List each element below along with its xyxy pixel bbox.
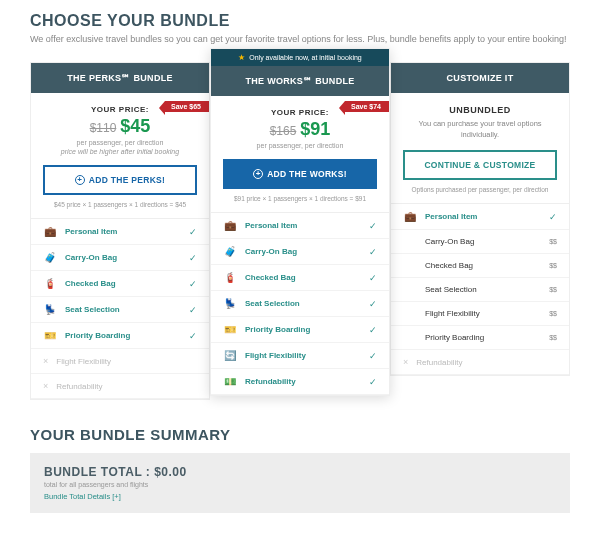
feature-label: Refundability — [56, 382, 197, 391]
feature-list-perks: 💼Personal Item✓🧳Carry-On Bag✓🧯Checked Ba… — [31, 218, 209, 399]
bundle-summary: YOUR BUNDLE SUMMARY BUNDLE TOTAL : $0.00… — [30, 426, 570, 513]
feature-price: $$ — [549, 286, 557, 293]
new-price: $45 — [120, 116, 150, 137]
feature-label: Checked Bag — [245, 273, 369, 282]
feature-label: Personal Item — [65, 227, 189, 236]
bundle-header-customize: CUSTOMIZE IT — [391, 63, 569, 93]
feature-label: Personal Item — [425, 212, 549, 221]
feature-row: Carry-On Bag$$ — [391, 230, 569, 254]
math-note: $45 price × 1 passengers × 1 directions … — [31, 201, 209, 218]
feature-row: 🎫Priority Boarding✓ — [31, 323, 209, 349]
feature-label: Flight Flexibility — [425, 309, 549, 318]
unbundled-text: You can purchase your travel options ind… — [403, 119, 557, 140]
bundle-columns: THE PERKS℠ BUNDLE Save $65 YOUR PRICE: $… — [30, 62, 570, 400]
feature-icon: 🧯 — [43, 278, 57, 289]
feature-icon: 🔄 — [223, 350, 237, 361]
page-subtitle: We offer exclusive travel bundles so you… — [30, 34, 570, 44]
button-label: ADD THE WORKS! — [267, 169, 347, 179]
check-icon: ✓ — [189, 305, 197, 315]
button-label: CONTINUE & CUSTOMIZE — [424, 160, 535, 170]
check-icon: ✓ — [189, 227, 197, 237]
feature-price: $$ — [549, 310, 557, 317]
feature-list-works: 💼Personal Item✓🧳Carry-On Bag✓🧯Checked Ba… — [211, 212, 389, 395]
feature-label: Carry-On Bag — [245, 247, 369, 256]
per-text: per passenger, per direction — [43, 139, 197, 146]
feature-label: Flight Flexibility — [245, 351, 369, 360]
feature-icon: 💼 — [223, 220, 237, 231]
math-note: Options purchased per passenger, per dir… — [391, 186, 569, 203]
feature-label: Carry-On Bag — [425, 237, 549, 246]
feature-list-customize: 💼Personal Item✓Carry-On Bag$$Checked Bag… — [391, 203, 569, 375]
total-value: $0.00 — [154, 465, 187, 479]
feature-icon: 💺 — [223, 298, 237, 309]
feature-icon: 💺 — [43, 304, 57, 315]
feature-icon: 🎫 — [223, 324, 237, 335]
add-perks-button[interactable]: + ADD THE PERKS! — [43, 165, 197, 195]
feature-label: Priority Boarding — [245, 325, 369, 334]
math-note: $91 price × 1 passengers × 1 directions … — [211, 195, 389, 212]
save-ribbon-perks: Save $65 — [165, 101, 209, 112]
feature-label: Carry-On Bag — [65, 253, 189, 262]
feature-row: 🧳Carry-On Bag✓ — [31, 245, 209, 271]
bundle-works: ★ Only available now, at initial booking… — [210, 48, 390, 396]
feature-label: Seat Selection — [65, 305, 189, 314]
check-icon: ✓ — [369, 351, 377, 361]
check-icon: ✓ — [189, 331, 197, 341]
bundle-perks: THE PERKS℠ BUNDLE Save $65 YOUR PRICE: $… — [30, 62, 210, 400]
total-label: BUNDLE TOTAL : — [44, 465, 154, 479]
unbundled-title: UNBUNDLED — [403, 105, 557, 115]
feature-row: ×Refundability — [31, 374, 209, 399]
plus-icon: + — [253, 169, 263, 179]
feature-row: 💼Personal Item✓ — [211, 213, 389, 239]
feature-label: Seat Selection — [245, 299, 369, 308]
check-icon: ✓ — [369, 247, 377, 257]
feature-row: 🔄Flight Flexibility✓ — [211, 343, 389, 369]
feature-price: $$ — [549, 262, 557, 269]
feature-label: Priority Boarding — [65, 331, 189, 340]
x-icon: × — [43, 381, 48, 391]
summary-title: YOUR BUNDLE SUMMARY — [30, 426, 570, 443]
check-icon: ✓ — [189, 279, 197, 289]
total-sub: total for all passengers and flights — [44, 481, 556, 488]
feature-icon: 🎫 — [43, 330, 57, 341]
feature-label: Checked Bag — [65, 279, 189, 288]
old-price: $110 — [90, 121, 117, 135]
bundle-details-link[interactable]: Bundle Total Details [+] — [44, 492, 556, 501]
feature-label: Personal Item — [245, 221, 369, 230]
add-works-button[interactable]: + ADD THE WORKS! — [223, 159, 377, 189]
feature-icon: 💼 — [403, 211, 417, 222]
check-icon: ✓ — [369, 221, 377, 231]
feature-price: $$ — [549, 334, 557, 341]
feature-row: Flight Flexibility$$ — [391, 302, 569, 326]
plus-icon: + — [75, 175, 85, 185]
feature-label: Priority Boarding — [425, 333, 549, 342]
feature-label: Refundability — [416, 358, 557, 367]
feature-row: ×Refundability — [391, 350, 569, 375]
feature-icon: 💵 — [223, 376, 237, 387]
check-icon: ✓ — [369, 325, 377, 335]
feature-row: 💵Refundability✓ — [211, 369, 389, 395]
feature-icon: 🧳 — [43, 252, 57, 263]
summary-box: BUNDLE TOTAL : $0.00 total for all passe… — [30, 453, 570, 513]
feature-label: Checked Bag — [425, 261, 549, 270]
feature-row: 💼Personal Item✓ — [391, 204, 569, 230]
feature-label: Refundability — [245, 377, 369, 386]
feature-row: 🎫Priority Boarding✓ — [211, 317, 389, 343]
per-text: per passenger, per direction — [223, 142, 377, 149]
feature-icon: 🧳 — [223, 246, 237, 257]
feature-price: $$ — [549, 238, 557, 245]
check-icon: ✓ — [369, 377, 377, 387]
page-title: CHOOSE YOUR BUNDLE — [30, 12, 570, 30]
feature-row: Checked Bag$$ — [391, 254, 569, 278]
featured-bar: ★ Only available now, at initial booking — [211, 49, 389, 66]
new-price: $91 — [300, 119, 330, 140]
bundle-total: BUNDLE TOTAL : $0.00 — [44, 465, 556, 479]
button-label: ADD THE PERKS! — [89, 175, 165, 185]
check-icon: ✓ — [189, 253, 197, 263]
x-icon: × — [403, 357, 408, 367]
continue-customize-button[interactable]: CONTINUE & CUSTOMIZE — [403, 150, 557, 180]
x-icon: × — [43, 356, 48, 366]
bundle-customize: CUSTOMIZE IT UNBUNDLED You can purchase … — [390, 62, 570, 376]
feature-row: 💼Personal Item✓ — [31, 219, 209, 245]
save-ribbon-works: Save $74 — [345, 101, 389, 112]
